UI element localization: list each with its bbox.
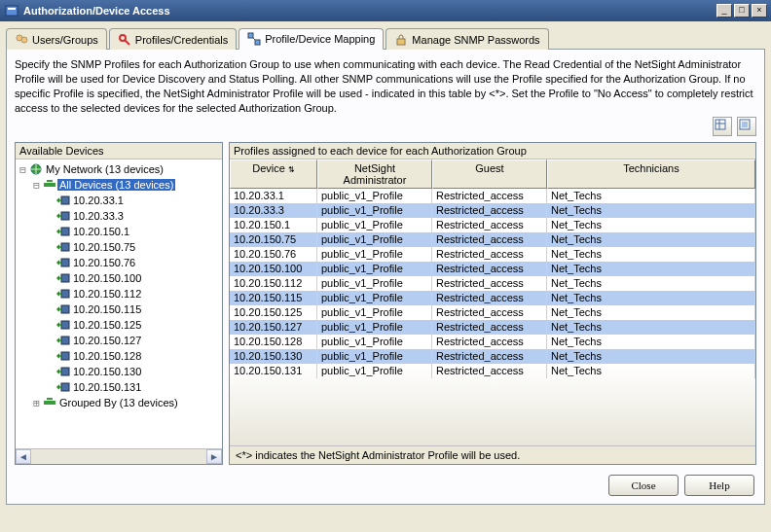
svg-rect-27 [61,321,69,329]
table-row[interactable]: 10.20.150.131public_v1_ProfileRestricted… [230,364,755,378]
app-icon [4,3,19,18]
tree-node[interactable]: 10.20.150.75 [16,239,222,255]
column-header-admin[interactable]: NetSight Administrator [317,160,432,189]
svg-rect-1 [8,8,16,10]
cell-admin: public_v1_Profile [317,189,432,203]
cell-admin: public_v1_Profile [317,276,432,291]
cell-guest: Restricted_access [432,305,547,320]
tree-node[interactable]: 10.20.150.131 [16,379,222,395]
node-label: 10.20.150.75 [71,241,137,253]
node-icon [55,209,71,223]
device-tree[interactable]: ⊟My Network (13 devices)⊟All Devices (13… [16,160,222,448]
table-row[interactable]: 10.20.150.112public_v1_ProfileRestricted… [230,276,755,291]
cell-guest: Restricted_access [432,262,547,276]
node-label: 10.20.150.76 [71,257,137,268]
cell-device: 10.20.33.3 [230,203,317,218]
svg-rect-16 [44,183,50,187]
tree-node[interactable]: 10.20.150.127 [16,333,222,348]
node-label: 10.20.150.128 [71,350,143,362]
column-header-guest[interactable]: Guest [432,160,547,189]
tree-node[interactable]: ⊞Grouped By (13 devices) [16,395,222,410]
table-row[interactable]: 10.20.33.3public_v1_ProfileRestricted_ac… [230,203,755,218]
cell-device: 10.20.150.76 [230,247,317,262]
minimize-button[interactable]: _ [716,4,732,18]
table-row[interactable]: 10.20.150.125public_v1_ProfileRestricted… [230,305,755,320]
tab-profile-device-mapping[interactable]: Profile/Device Mapping [239,28,384,50]
table-row[interactable]: 10.20.150.130public_v1_ProfileRestricted… [230,349,755,364]
close-button[interactable]: Close [608,475,679,496]
tree-node[interactable]: 10.20.33.3 [16,208,222,224]
tree-node[interactable]: 10.20.150.130 [16,364,222,379]
tree-node[interactable]: 10.20.150.1 [16,224,222,239]
node-label: 10.20.150.112 [71,288,143,300]
help-button[interactable]: Help [684,475,754,496]
table-row[interactable]: 10.20.150.127public_v1_ProfileRestricted… [230,320,755,335]
tree-node[interactable]: 10.20.150.115 [16,301,222,317]
tree-node[interactable]: ⊟My Network (13 devices) [16,161,222,177]
cell-tech: Net_Techs [547,349,755,364]
grid-body[interactable]: 10.20.33.1public_v1_ProfileRestricted_ac… [230,189,755,445]
panel-title: Available Devices [19,145,104,157]
cell-guest: Restricted_access [432,203,547,218]
table-row[interactable]: 10.20.150.128public_v1_ProfileRestricted… [230,335,755,349]
toolbar-button-1[interactable] [713,117,732,136]
node-icon [55,365,71,378]
cell-device: 10.20.150.100 [230,262,317,276]
cell-device: 10.20.150.128 [230,335,317,349]
header-label: NetSight Administrator [344,162,407,186]
svg-rect-0 [6,6,18,16]
toolbar-button-2[interactable] [737,117,756,136]
svg-rect-31 [61,383,69,391]
tab-bar: Users/Groups Profiles/Credentials Profil… [6,27,765,49]
tab-profiles-credentials[interactable]: Profiles/Credentials [109,28,237,50]
svg-rect-28 [61,337,69,344]
expand-toggle[interactable]: ⊞ [31,397,42,409]
table-row[interactable]: 10.20.150.115public_v1_ProfileRestricted… [230,291,755,305]
expand-toggle[interactable]: ⊟ [31,179,42,192]
scroll-left-button[interactable]: ◄ [16,449,31,464]
table-row[interactable]: 10.20.150.100public_v1_ProfileRestricted… [230,262,755,276]
svg-point-3 [21,37,27,43]
node-icon [42,396,57,409]
column-header-device[interactable]: Device⇅ [230,160,317,189]
expand-toggle[interactable]: ⊟ [18,163,28,176]
cell-device: 10.20.150.130 [230,349,317,364]
profiles-grid-panel: Profiles assigned to each device for eac… [229,142,756,465]
tab-label: Manage SNMP Passwords [412,34,539,46]
available-devices-panel: Available Devices ⊟My Network (13 device… [15,142,223,465]
table-row[interactable]: 10.20.150.76public_v1_ProfileRestricted_… [230,247,755,262]
node-icon [55,194,71,207]
node-label: All Devices (13 devices) [57,179,175,191]
horizontal-scrollbar[interactable]: ◄ ► [16,448,222,464]
cell-tech: Net_Techs [547,291,755,305]
table-row[interactable]: 10.20.150.75public_v1_ProfileRestricted_… [230,232,755,247]
tree-node[interactable]: 10.20.150.76 [16,255,222,270]
cell-guest: Restricted_access [432,276,547,291]
maximize-button[interactable]: □ [734,4,750,18]
tab-manage-snmp-passwords[interactable]: Manage SNMP Passwords [386,28,548,50]
scroll-right-button[interactable]: ► [206,449,222,464]
titlebar[interactable]: Authorization/Device Access _ □ × [0,0,771,21]
svg-rect-17 [50,183,55,187]
tab-label: Profile/Device Mapping [265,33,375,45]
node-icon [55,271,71,285]
tab-users-groups[interactable]: Users/Groups [6,28,107,50]
tree-node[interactable]: 10.20.33.1 [16,193,222,208]
table-row[interactable]: 10.20.33.1public_v1_ProfileRestricted_ac… [230,189,755,203]
tree-node[interactable]: ⊟All Devices (13 devices) [16,177,222,193]
cell-tech: Net_Techs [547,232,755,247]
cell-admin: public_v1_Profile [317,349,432,364]
tree-node[interactable]: 10.20.150.112 [16,286,222,301]
close-window-button[interactable]: × [752,4,767,18]
scroll-track[interactable] [31,449,206,464]
cell-admin: public_v1_Profile [317,320,432,335]
tree-node[interactable]: 10.20.150.125 [16,317,222,333]
cell-admin: public_v1_Profile [317,262,432,276]
column-header-tech[interactable]: Technicians [547,160,755,189]
tree-node[interactable]: 10.20.150.100 [16,270,222,286]
node-icon [55,334,71,347]
cell-guest: Restricted_access [432,291,547,305]
svg-rect-22 [61,243,69,251]
tree-node[interactable]: 10.20.150.128 [16,348,222,364]
table-row[interactable]: 10.20.150.1public_v1_ProfileRestricted_a… [230,218,755,232]
